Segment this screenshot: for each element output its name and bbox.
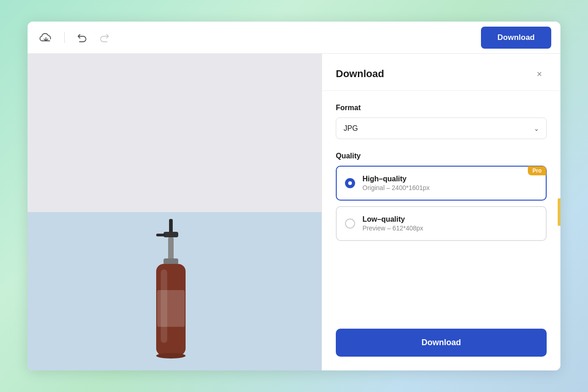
undo-icon bbox=[77, 33, 87, 43]
low-quality-option[interactable]: Low–quality Preview – 612*408px bbox=[336, 206, 547, 241]
content-area: Download × Format JPG PNG WebP PDF ⌄ bbox=[28, 54, 560, 370]
toolbar-divider bbox=[64, 32, 65, 43]
cloud-button[interactable] bbox=[37, 30, 55, 45]
quality-options: High–quality Original – 2400*1601px Pro … bbox=[336, 166, 547, 241]
redo-icon bbox=[100, 33, 110, 43]
main-container: Download bbox=[28, 22, 560, 370]
svg-rect-1 bbox=[164, 232, 178, 237]
quality-label: Quality bbox=[336, 152, 547, 160]
svg-rect-0 bbox=[169, 219, 173, 233]
format-section: Format JPG PNG WebP PDF ⌄ bbox=[336, 104, 547, 139]
high-quality-option[interactable]: High–quality Original – 2400*1601px Pro bbox=[336, 166, 547, 201]
high-quality-radio bbox=[345, 178, 355, 188]
high-quality-name: High–quality bbox=[362, 175, 430, 183]
toolbar-left bbox=[37, 30, 481, 45]
close-button[interactable]: × bbox=[532, 67, 547, 81]
panel-footer: Download bbox=[322, 329, 560, 370]
bottle-illustration bbox=[129, 214, 220, 370]
low-quality-radio bbox=[345, 218, 355, 229]
panel-header: Download × bbox=[322, 54, 560, 91]
image-top-half bbox=[28, 54, 322, 212]
cloud-icon bbox=[40, 33, 52, 43]
svg-rect-7 bbox=[157, 290, 185, 327]
image-preview bbox=[28, 54, 322, 370]
redo-button[interactable] bbox=[97, 30, 113, 45]
download-panel: Download × Format JPG PNG WebP PDF ⌄ bbox=[322, 54, 560, 370]
header-download-button[interactable]: Download bbox=[481, 27, 551, 49]
high-quality-desc: Original – 2400*1601px bbox=[362, 184, 430, 191]
format-label: Format bbox=[336, 104, 547, 112]
high-quality-text: High–quality Original – 2400*1601px bbox=[362, 175, 430, 191]
pro-badge: Pro bbox=[528, 166, 546, 175]
svg-point-8 bbox=[156, 353, 186, 358]
undo-button[interactable] bbox=[74, 30, 90, 45]
low-quality-text: Low–quality Preview – 612*408px bbox=[362, 215, 423, 232]
low-quality-desc: Preview – 612*408px bbox=[362, 224, 423, 232]
panel-download-button[interactable]: Download bbox=[336, 329, 547, 357]
image-bottom-half bbox=[28, 212, 322, 370]
panel-title: Download bbox=[336, 68, 384, 80]
svg-rect-2 bbox=[156, 234, 165, 236]
svg-rect-4 bbox=[164, 258, 178, 265]
svg-rect-3 bbox=[168, 237, 174, 260]
format-select-wrapper: JPG PNG WebP PDF ⌄ bbox=[336, 118, 547, 139]
quality-section: Quality High–quality Original – 2400*160… bbox=[336, 152, 547, 241]
format-select[interactable]: JPG PNG WebP PDF bbox=[336, 118, 547, 139]
panel-body: Format JPG PNG WebP PDF ⌄ Quality bbox=[322, 91, 560, 329]
low-quality-name: Low–quality bbox=[362, 215, 423, 224]
right-accent bbox=[558, 198, 560, 226]
toolbar: Download bbox=[28, 22, 560, 54]
